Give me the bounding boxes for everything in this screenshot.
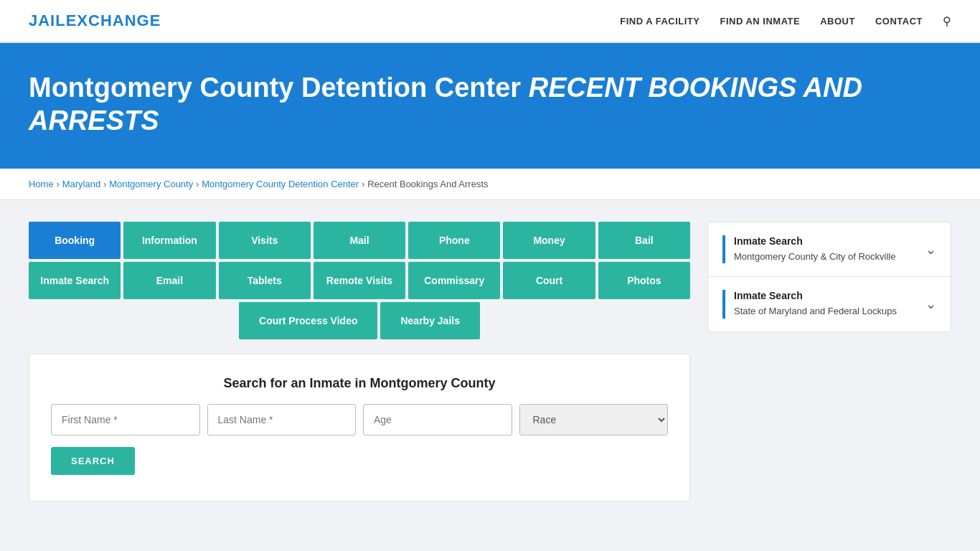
site-header: JAILEXCHANGE FIND A FACILITY FIND AN INM… [0, 0, 980, 43]
nav-about[interactable]: ABOUT [820, 16, 855, 27]
search-inputs: Race White Black Hispanic Asian Other [51, 404, 668, 435]
logo-exchange: EXCHANGE [66, 11, 161, 29]
main-container: Booking Information Visits Mail Phone Mo… [0, 200, 980, 523]
breadcrumb-maryland[interactable]: Maryland [62, 179, 100, 189]
tab-visits[interactable]: Visits [219, 222, 311, 259]
tab-photos[interactable]: Photos [598, 262, 690, 299]
sidebar-item-maryland-title: Inmate Search [734, 290, 897, 301]
tabs-row-2: Inmate Search Email Tablets Remote Visit… [29, 262, 690, 299]
search-button[interactable]: SEARCH [51, 447, 135, 475]
tab-court-process-video[interactable]: Court Process Video [239, 302, 377, 339]
nav-find-facility[interactable]: FIND A FACILITY [620, 16, 699, 27]
hero-banner: Montgomery County Detention Center RECEN… [0, 43, 980, 169]
tab-tablets[interactable]: Tablets [219, 262, 311, 299]
tab-commissary[interactable]: Commissary [408, 262, 500, 299]
tab-email[interactable]: Email [123, 262, 215, 299]
search-icon[interactable]: ⚲ [943, 14, 951, 28]
logo-jail: JAIL [29, 11, 66, 29]
tab-remote-visits[interactable]: Remote Visits [314, 262, 405, 299]
tab-money[interactable]: Money [503, 222, 595, 259]
breadcrumb-sep-1: › [57, 179, 60, 189]
breadcrumb-sep-3: › [196, 179, 199, 189]
breadcrumb-bar: Home › Maryland › Montgomery County › Mo… [0, 169, 980, 200]
breadcrumb-facility[interactable]: Montgomery County Detention Center [202, 179, 359, 189]
chevron-down-icon-1: ⌄ [925, 242, 936, 258]
breadcrumb-sep-4: › [362, 179, 364, 189]
left-column: Booking Information Visits Mail Phone Mo… [29, 222, 690, 501]
tabs-row-1: Booking Information Visits Mail Phone Mo… [29, 222, 690, 259]
nav-find-inmate[interactable]: FIND AN INMATE [720, 16, 800, 27]
site-logo[interactable]: JAILEXCHANGE [29, 11, 161, 30]
search-form-title: Search for an Inmate in Montgomery Count… [51, 376, 668, 391]
last-name-input[interactable] [207, 404, 357, 435]
sidebar-item-rockville[interactable]: Inmate Search Montgomery County & City o… [708, 222, 951, 277]
right-sidebar: Inmate Search Montgomery County & City o… [707, 222, 951, 331]
sidebar-item-rockville-title: Inmate Search [734, 235, 895, 247]
tab-booking[interactable]: Booking [29, 222, 121, 259]
sidebar-item-maryland[interactable]: Inmate Search State of Maryland and Fede… [708, 277, 951, 331]
breadcrumb: Home › Maryland › Montgomery County › Mo… [29, 179, 951, 189]
hero-title: Montgomery County Detention Center RECEN… [29, 72, 951, 137]
sidebar-item-rockville-subtitle: Montgomery County & City of Rockville [734, 251, 895, 262]
inmate-search-form: Search for an Inmate in Montgomery Count… [29, 354, 690, 501]
tab-nearby-jails[interactable]: Nearby Jails [380, 302, 480, 339]
chevron-down-icon-2: ⌄ [925, 296, 936, 312]
tab-bail[interactable]: Bail [598, 222, 690, 259]
tab-inmate-search[interactable]: Inmate Search [29, 262, 121, 299]
tab-information[interactable]: Information [123, 222, 215, 259]
age-input[interactable] [363, 404, 512, 435]
nav-contact[interactable]: CONTACT [875, 16, 923, 27]
breadcrumb-sep-2: › [103, 179, 106, 189]
tab-mail[interactable]: Mail [314, 222, 405, 259]
sidebar-item-maryland-text: Inmate Search State of Maryland and Fede… [722, 290, 897, 318]
breadcrumb-current: Recent Bookings And Arrests [367, 179, 488, 189]
sidebar-card: Inmate Search Montgomery County & City o… [707, 222, 951, 331]
sidebar-item-maryland-subtitle: State of Maryland and Federal Lockups [734, 306, 897, 316]
tab-court[interactable]: Court [503, 262, 595, 299]
tabs-row-3: Court Process Video Nearby Jails [29, 302, 690, 339]
race-select[interactable]: Race White Black Hispanic Asian Other [519, 404, 669, 435]
first-name-input[interactable] [51, 404, 200, 435]
tab-phone[interactable]: Phone [408, 222, 500, 259]
sidebar-item-rockville-text: Inmate Search Montgomery County & City o… [722, 235, 895, 263]
breadcrumb-montgomery[interactable]: Montgomery County [109, 179, 193, 189]
breadcrumb-home[interactable]: Home [29, 179, 54, 189]
main-nav: FIND A FACILITY FIND AN INMATE ABOUT CON… [620, 14, 951, 28]
